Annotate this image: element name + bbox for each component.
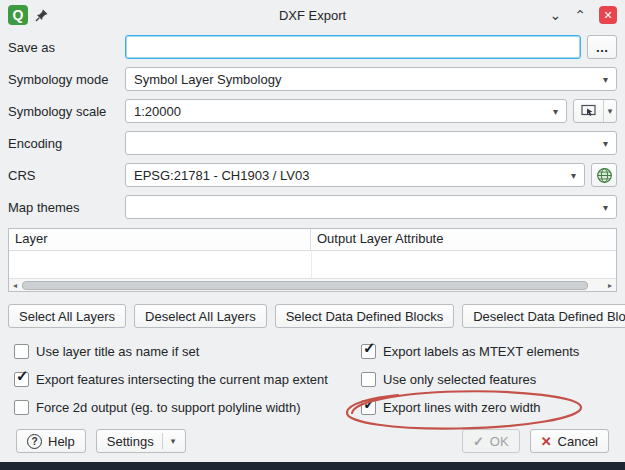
save-as-label: Save as — [8, 40, 125, 55]
deselect-data-defined-blocks-button[interactable]: Deselect Data Defined Blocks — [462, 304, 625, 328]
window-title: DXF Export — [0, 8, 625, 23]
select-crs-button[interactable] — [591, 163, 617, 187]
symbology-scale-select[interactable]: 1:20000 ▾ — [125, 99, 567, 123]
checkbox-force-2d-output[interactable]: ✓ Force 2d output (eg. to support polyli… — [14, 400, 361, 415]
select-all-layers-button[interactable]: Select All Layers — [8, 304, 126, 328]
checkbox-label: Export labels as MTEXT elements — [383, 344, 579, 359]
checkbox-box[interactable]: ✓ — [361, 344, 376, 359]
checkbox-export-features-intersecting[interactable]: ✓ Export features intersecting the curre… — [14, 372, 361, 387]
chevron-down-icon: ▾ — [171, 436, 176, 446]
symbology-scale-row: Symbology scale 1:20000 ▾ ▾ — [8, 100, 617, 122]
dialog-content: Save as … Symbology mode Symbol Layer Sy… — [0, 30, 625, 453]
map-themes-select[interactable]: ▾ — [125, 195, 617, 219]
encoding-select[interactable]: ▾ — [125, 131, 617, 155]
checkbox-label: Export lines with zero width — [383, 400, 541, 415]
chevron-down-icon: ▾ — [603, 74, 608, 85]
crs-row: CRS EPSG:21781 - CH1903 / LV03 ▾ — [8, 164, 617, 186]
symbology-scale-label: Symbology scale — [8, 104, 125, 119]
encoding-row: Encoding ▾ — [8, 132, 617, 154]
maximize-icon[interactable]: ⌃ — [574, 8, 586, 22]
crs-select[interactable]: EPSG:21781 - CH1903 / LV03 ▾ — [125, 163, 585, 187]
deselect-all-layers-button[interactable]: Deselect All Layers — [134, 304, 267, 328]
checkbox-use-layer-title[interactable]: ✓ Use layer title as name if set — [14, 344, 361, 359]
options-checkboxes: ✓ Use layer title as name if set ✓ Expor… — [8, 342, 617, 415]
column-header-layer[interactable]: Layer — [9, 229, 311, 250]
chevron-down-icon: ▾ — [603, 202, 608, 213]
layers-table: Layer Output Layer Attribute ◂ ▸ — [8, 228, 617, 292]
pin-icon[interactable] — [34, 8, 49, 23]
checkbox-export-lines-zero-width[interactable]: ✓ Export lines with zero width — [361, 400, 617, 415]
help-label: Help — [48, 434, 75, 449]
select-data-defined-blocks-button[interactable]: Select Data Defined Blocks — [275, 304, 455, 328]
checkbox-box[interactable]: ✓ — [14, 372, 29, 387]
scroll-left-icon[interactable]: ◂ — [9, 279, 21, 292]
checkbox-box[interactable]: ✓ — [361, 400, 376, 415]
cancel-x-icon: ✕ — [541, 434, 552, 449]
set-scale-from-map-button[interactable]: ▾ — [573, 99, 617, 123]
cancel-label: Cancel — [558, 434, 598, 449]
symbology-mode-row: Symbology mode Symbol Layer Symbology ▾ — [8, 68, 617, 90]
crs-globe-icon — [596, 167, 613, 184]
chevron-down-icon[interactable]: ▾ — [603, 100, 616, 122]
scroll-right-icon[interactable]: ▸ — [604, 279, 616, 292]
crs-label: CRS — [8, 168, 125, 183]
column-divider — [311, 251, 312, 278]
save-as-row: Save as … — [8, 36, 617, 58]
chevron-down-icon: ▾ — [571, 170, 576, 181]
help-button[interactable]: ? Help — [16, 429, 86, 453]
ok-label: OK — [490, 434, 509, 449]
checkbox-label: Export features intersecting the current… — [36, 372, 328, 387]
ok-check-icon: ✓ — [473, 434, 484, 449]
checkbox-box[interactable]: ✓ — [14, 344, 29, 359]
scrollbar-track[interactable] — [21, 281, 604, 290]
checkbox-label: Force 2d output (eg. to support polyline… — [36, 400, 300, 415]
checkbox-use-only-selected[interactable]: ✓ Use only selected features — [361, 372, 617, 387]
titlebar[interactable]: Q DXF Export ⌄ ⌃ ✕ — [0, 0, 625, 30]
save-as-input[interactable] — [125, 35, 581, 59]
minimize-icon[interactable]: ⌄ — [550, 8, 562, 22]
symbology-mode-value: Symbol Layer Symbology — [134, 72, 281, 87]
window-controls: ⌄ ⌃ ✕ — [550, 6, 617, 24]
table-header: Layer Output Layer Attribute — [9, 229, 616, 251]
help-icon: ? — [27, 434, 42, 449]
close-icon[interactable]: ✕ — [599, 6, 617, 24]
symbology-mode-label: Symbology mode — [8, 72, 125, 87]
symbology-scale-value: 1:20000 — [134, 104, 181, 119]
encoding-label: Encoding — [8, 136, 125, 151]
qgis-logo-icon: Q — [8, 5, 28, 25]
scrollbar-thumb[interactable] — [22, 281, 588, 290]
symbology-mode-select[interactable]: Symbol Layer Symbology ▾ — [125, 67, 617, 91]
ok-button[interactable]: ✓ OK — [462, 429, 520, 453]
map-themes-label: Map themes — [8, 200, 125, 215]
layer-buttons-row: Select All Layers Deselect All Layers Se… — [8, 304, 617, 328]
dxf-export-dialog: Q DXF Export ⌄ ⌃ ✕ Save as … Symbology m… — [0, 0, 625, 470]
checkbox-box[interactable]: ✓ — [14, 400, 29, 415]
dialog-footer: ? Help Settings ▾ ✓ OK ✕ Cancel — [8, 427, 617, 453]
button-divider — [162, 433, 163, 449]
chevron-down-icon: ▾ — [553, 106, 558, 117]
settings-button[interactable]: Settings ▾ — [96, 429, 187, 453]
settings-label: Settings — [107, 434, 154, 449]
checkbox-label: Use only selected features — [383, 372, 536, 387]
column-header-output-layer-attribute[interactable]: Output Layer Attribute — [311, 229, 616, 250]
scale-picker-icon — [574, 100, 603, 122]
crs-value: EPSG:21781 - CH1903 / LV03 — [134, 168, 309, 183]
horizontal-scrollbar[interactable]: ◂ ▸ — [9, 278, 616, 291]
bottom-strip — [0, 462, 625, 470]
table-body[interactable] — [9, 251, 616, 278]
cancel-button[interactable]: ✕ Cancel — [530, 429, 609, 453]
chevron-down-icon: ▾ — [603, 138, 608, 149]
map-themes-row: Map themes ▾ — [8, 196, 617, 218]
browse-button[interactable]: … — [587, 35, 617, 59]
checkbox-box[interactable]: ✓ — [361, 372, 376, 387]
checkbox-label: Use layer title as name if set — [36, 344, 199, 359]
checkbox-export-labels-mtext[interactable]: ✓ Export labels as MTEXT elements — [361, 344, 617, 359]
